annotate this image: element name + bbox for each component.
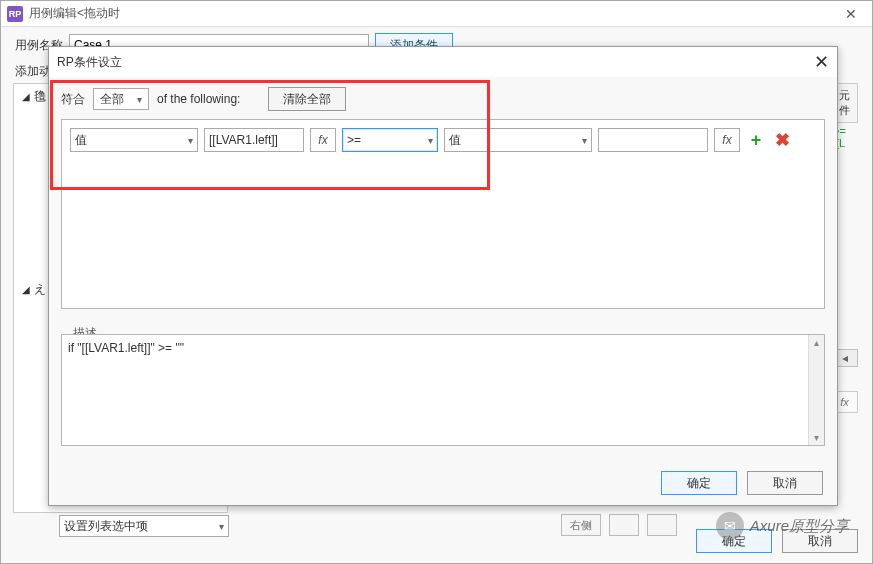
- parent-footer: 确定 取消: [696, 529, 858, 553]
- child-footer: 确定 取消: [661, 471, 823, 495]
- match-label: 符合: [61, 91, 85, 108]
- right-value-input[interactable]: [598, 128, 708, 152]
- tree-label-2: え: [34, 281, 46, 298]
- chevron-down-icon: ▾: [219, 521, 224, 532]
- clear-all-button[interactable]: 清除全部: [268, 87, 346, 111]
- parent-ok-button[interactable]: 确定: [696, 529, 772, 553]
- expression-input[interactable]: [[LVAR1.left]]: [204, 128, 304, 152]
- parent-cancel-button[interactable]: 取消: [782, 529, 858, 553]
- add-action-label: 添加动: [15, 63, 51, 80]
- of-following-label: of the following:: [157, 92, 240, 106]
- chevron-down-icon: ▾: [184, 135, 193, 146]
- right-type-value: 值: [449, 132, 461, 149]
- child-ok-button[interactable]: 确定: [661, 471, 737, 495]
- condition-setup-dialog: RP 条件设立 ✕ 符合 全部 ▾ of the following: 清除全部…: [48, 46, 838, 506]
- fx-button-left[interactable]: fx: [310, 128, 336, 152]
- left-type-value: 值: [75, 132, 87, 149]
- set-list-label: 设置列表选中项: [64, 518, 148, 535]
- conditions-area: 值 ▾ [[LVAR1.left]] fx >= ▾ 值 ▾ fx + ✖: [61, 119, 825, 309]
- description-text: if "[[LVAR1.left]]" >= "": [68, 341, 184, 355]
- ghost-btn-1[interactable]: 右侧: [561, 514, 601, 536]
- chevron-down-icon: ▾: [578, 135, 587, 146]
- match-mode-value: 全部: [100, 91, 124, 108]
- fx-label: fx: [318, 133, 327, 147]
- caret-down-icon: ◢: [22, 91, 30, 102]
- caret-down-icon: ◢: [22, 284, 30, 295]
- parent-titlebar: RP 用例编辑<拖动时 ✕: [1, 1, 872, 27]
- child-title: 条件设立: [74, 54, 814, 71]
- description-box: if "[[LVAR1.left]]" >= "" ▴ ▾: [61, 334, 825, 446]
- chevron-down-icon: ▾: [424, 135, 433, 146]
- parent-title: 用例编辑<拖动时: [29, 5, 836, 22]
- description-group: 描述 if "[[LVAR1.left]]" >= "" ▴ ▾: [61, 317, 825, 446]
- hidden-buttons: 右侧: [561, 514, 677, 536]
- match-row: 符合 全部 ▾ of the following: 清除全部: [49, 77, 837, 119]
- ghost-btn-3[interactable]: [647, 514, 677, 536]
- scrollbar[interactable]: ▴ ▾: [808, 335, 824, 445]
- fx-button-right[interactable]: fx: [714, 128, 740, 152]
- match-mode-select[interactable]: 全部 ▾: [93, 88, 149, 110]
- app-icon: RP: [7, 6, 23, 22]
- close-icon[interactable]: ✕: [836, 6, 866, 22]
- right-type-select[interactable]: 值 ▾: [444, 128, 592, 152]
- scroll-down-icon[interactable]: ▾: [814, 430, 819, 445]
- condition-row: 值 ▾ [[LVAR1.left]] fx >= ▾ 值 ▾ fx + ✖: [70, 128, 816, 152]
- chevron-down-icon: ▾: [137, 94, 142, 105]
- child-cancel-button[interactable]: 取消: [747, 471, 823, 495]
- child-titlebar: RP 条件设立 ✕: [49, 47, 837, 77]
- close-icon[interactable]: ✕: [814, 51, 829, 73]
- ghost-btn-2[interactable]: [609, 514, 639, 536]
- tree-label-1: 氇: [34, 88, 46, 105]
- operator-value: >=: [347, 133, 361, 147]
- add-row-icon[interactable]: +: [746, 130, 766, 151]
- app-icon: RP: [57, 55, 74, 69]
- set-list-select[interactable]: 设置列表选中项 ▾: [59, 515, 229, 537]
- expression-value: [[LVAR1.left]]: [209, 133, 278, 147]
- left-type-select[interactable]: 值 ▾: [70, 128, 198, 152]
- fx-label: fx: [722, 133, 731, 147]
- delete-row-icon[interactable]: ✖: [772, 129, 792, 151]
- operator-select[interactable]: >= ▾: [342, 128, 438, 152]
- scroll-up-icon[interactable]: ▴: [814, 335, 819, 350]
